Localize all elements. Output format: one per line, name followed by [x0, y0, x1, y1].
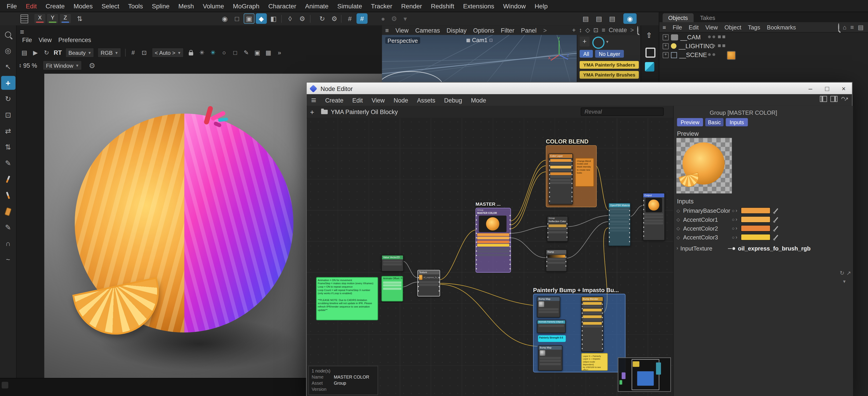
- pv-menu-view[interactable]: View: [35, 37, 55, 43]
- layer-dot[interactable]: [712, 44, 715, 47]
- channel-select[interactable]: RGB▾: [97, 48, 121, 58]
- ne-menu-assets[interactable]: Assets: [412, 96, 440, 103]
- layer-dot[interactable]: [712, 53, 715, 56]
- layers-icon[interactable]: ▦: [263, 48, 274, 58]
- master-color-group-node[interactable]: Group MASTER COLOR: [475, 208, 511, 273]
- quantize-grid-icon[interactable]: #: [356, 13, 368, 24]
- marquee-icon[interactable]: □: [230, 48, 241, 58]
- output-ports[interactable]: [509, 214, 511, 271]
- close-button[interactable]: ×: [835, 84, 852, 92]
- fit-window-select[interactable]: Fit Window▾: [43, 60, 82, 70]
- painterly-bump-group[interactable]: Bump Map Normals Painterly (Object) Pain…: [533, 294, 625, 372]
- zoom-value[interactable]: 95 %: [23, 62, 37, 68]
- refresh-icon[interactable]: ↻: [840, 270, 844, 276]
- hamburger-icon[interactable]: ≡: [307, 95, 321, 105]
- texture-node[interactable]: Texture oil_express_fo_brush_rgb: [417, 270, 440, 296]
- input-ports[interactable]: [546, 255, 548, 270]
- color-swatch[interactable]: [741, 216, 770, 223]
- ne-menu-debug[interactable]: Debug: [440, 96, 467, 103]
- swap-tool-icon[interactable]: ⇄: [1, 124, 16, 138]
- menu-window[interactable]: Window: [499, 2, 530, 9]
- eyedropper-icon[interactable]: [774, 226, 778, 231]
- plane-icon[interactable]: [646, 48, 655, 58]
- menu-character[interactable]: Character: [264, 2, 301, 9]
- create-menu[interactable]: Create: [609, 27, 627, 34]
- color-swatch[interactable]: [741, 207, 770, 214]
- ne-menu-mode[interactable]: Mode: [467, 96, 491, 103]
- camera-label[interactable]: ▦ Cam1 ⊡: [466, 37, 493, 43]
- snap-grid-icon[interactable]: #: [344, 13, 355, 24]
- search-icon[interactable]: [637, 27, 638, 34]
- transfer-tool-icon[interactable]: ⇅: [1, 140, 16, 154]
- reflection-color-node[interactable]: Group Reflection Color: [547, 216, 568, 242]
- material-swatch[interactable]: [727, 51, 736, 60]
- port-dot-icon[interactable]: [733, 247, 735, 250]
- menu-simulate[interactable]: Simulate: [333, 2, 367, 9]
- film-icon[interactable]: ▤: [19, 48, 30, 58]
- output-ports[interactable]: [566, 222, 568, 239]
- output-ports[interactable]: [438, 275, 440, 294]
- pv-menu-file[interactable]: File: [19, 37, 35, 43]
- object-row-cam[interactable]: + __CAM: [659, 33, 868, 41]
- dropdown-caret-icon[interactable]: ▾: [400, 13, 411, 24]
- enable-toggle[interactable]: [722, 44, 725, 47]
- vp-menu-overflow[interactable]: >: [540, 27, 550, 33]
- simulate-icon[interactable]: ↻: [317, 13, 328, 24]
- render-settings-icon[interactable]: ⚙: [389, 13, 400, 24]
- navigator-minimap[interactable]: [618, 358, 671, 392]
- input-ports[interactable]: [581, 302, 583, 350]
- pan-icon[interactable]: +: [572, 27, 576, 34]
- dolly-icon[interactable]: ↕: [579, 27, 582, 34]
- layer-chip-shaders[interactable]: YMA Painterly Shaders: [580, 61, 639, 68]
- obj-menu-bookmarks[interactable]: Bookmarks: [764, 24, 799, 30]
- obj-menu-tags[interactable]: Tags: [745, 24, 764, 30]
- object-mode-icon[interactable]: □: [231, 13, 243, 24]
- input-ports[interactable]: [643, 198, 644, 238]
- ne-menu-edit[interactable]: Edit: [348, 96, 367, 103]
- node-graph-canvas[interactable]: Animation = ON for movement FrameStep = …: [307, 118, 673, 396]
- model-mode-icon[interactable]: ▣: [244, 13, 255, 24]
- cursor-tool-icon[interactable]: ↖: [1, 60, 16, 74]
- object-row-scene[interactable]: + __SCENE: [659, 51, 868, 59]
- render-pass-select[interactable]: Beauty▾: [65, 48, 94, 58]
- rt-label[interactable]: RT: [52, 48, 64, 58]
- all-layers-button[interactable]: All: [580, 50, 593, 57]
- color-swatch[interactable]: [741, 225, 770, 231]
- eyedropper-icon[interactable]: [774, 208, 778, 213]
- normals-painterly-node[interactable]: Normals Painterly (Object): [537, 320, 566, 333]
- annotate-icon[interactable]: ✎: [241, 48, 252, 58]
- create-chevron[interactable]: >: [630, 27, 634, 34]
- texture-mode-icon[interactable]: ◆: [256, 13, 267, 24]
- minimize-button[interactable]: –: [802, 84, 819, 92]
- clipboard-icon[interactable]: [19, 13, 30, 24]
- zoom-spinner[interactable]: ▲▼: [19, 63, 22, 68]
- axis-x-button[interactable]: X: [34, 14, 45, 23]
- snap-icon[interactable]: ✳: [196, 48, 208, 58]
- bump-map-impasto-node[interactable]: Bump Map: [538, 345, 562, 371]
- object-row-lighting[interactable]: + __LIGHTING: [659, 41, 868, 51]
- ipr-render-icon[interactable]: ◉: [623, 13, 637, 24]
- search-icon[interactable]: [838, 24, 839, 30]
- blend-comment-note[interactable]: Change Blend modes and Mask intensity to…: [575, 158, 594, 187]
- gear-icon[interactable]: ⚙: [89, 61, 95, 70]
- input-ports[interactable]: [549, 159, 550, 202]
- arrow-up-icon[interactable]: ⇧: [646, 31, 652, 39]
- popout-icon[interactable]: ↗: [844, 96, 849, 102]
- overflow-chevron-icon[interactable]: »: [274, 48, 285, 58]
- vp-menu-filter[interactable]: Filter: [498, 27, 518, 33]
- axis-y-button[interactable]: Y: [47, 14, 58, 23]
- port-circle-icon[interactable]: ○: [732, 217, 735, 222]
- vp-menu-cameras[interactable]: Cameras: [412, 27, 443, 33]
- input-ports[interactable]: [417, 275, 419, 294]
- eyedropper-icon[interactable]: [774, 217, 778, 222]
- sphere-create-icon[interactable]: [592, 37, 604, 49]
- menu-file[interactable]: File: [2, 2, 22, 9]
- menu-help[interactable]: Help: [530, 2, 552, 9]
- output-ports[interactable]: [565, 255, 567, 270]
- popout-icon[interactable]: ↗: [846, 270, 851, 276]
- crop-icon[interactable]: ⊡: [139, 48, 150, 58]
- output-ports[interactable]: [571, 159, 573, 202]
- scale-tool-icon[interactable]: ⊡: [1, 108, 16, 122]
- add-button[interactable]: +: [580, 37, 590, 47]
- home-icon[interactable]: ⌂: [843, 24, 846, 30]
